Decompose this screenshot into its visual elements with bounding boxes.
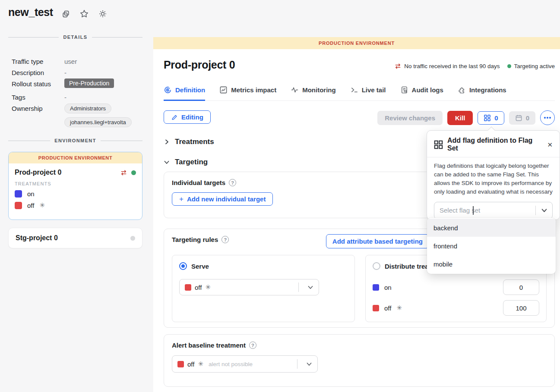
treatment-color-swatch <box>373 305 379 311</box>
plus-icon: + <box>179 195 184 203</box>
page-title: new_test <box>8 6 53 19</box>
inactive-dot <box>130 236 135 241</box>
environment-heading: ENVIRONMENT <box>8 138 142 143</box>
treatment-color-swatch <box>373 284 379 291</box>
distribute-radio[interactable] <box>373 262 380 270</box>
flag-sets-button[interactable]: 0 <box>478 111 504 125</box>
description-label: Description <box>12 69 44 76</box>
distribute-row-on: on <box>373 279 539 295</box>
default-treatment-icon: ✳ <box>205 283 211 291</box>
help-icon[interactable]: ? <box>249 342 256 349</box>
targeting-rules-title: Targeting rules <box>172 236 218 243</box>
alert-baseline-card: Alert baseline treatment ? off ✳ alert n… <box>164 334 555 387</box>
serve-radio[interactable] <box>179 262 187 270</box>
treatments-heading: TREATMENTS <box>15 181 136 186</box>
pulse-icon <box>291 86 299 94</box>
details-heading: DETAILS <box>8 34 142 40</box>
environment-card-staging[interactable]: Stg-project 0 <box>8 228 142 248</box>
audit-log-icon <box>400 86 408 94</box>
chevron-down-icon <box>302 284 319 290</box>
treatment-color-swatch <box>15 190 22 198</box>
add-attribute-targeting-button[interactable]: Add attribute based targeting <box>326 234 429 248</box>
editing-button[interactable]: Editing <box>164 110 211 124</box>
rollout-status-badge: Pre-Production <box>64 78 114 88</box>
flag-set-select[interactable] <box>434 202 553 219</box>
flag-title: Prod-project 0 <box>164 59 235 71</box>
ownership-label: Ownership <box>12 105 43 112</box>
tab-monitoring[interactable]: Monitoring <box>291 86 335 101</box>
tab-live-tail[interactable]: Live tail <box>350 86 386 101</box>
tab-integrations[interactable]: Integrations <box>458 86 506 101</box>
close-icon[interactable]: ✕ <box>547 141 553 148</box>
review-changes-button[interactable]: Review changes <box>377 111 443 125</box>
treatment-row-on: on <box>15 190 136 198</box>
sidebar: DETAILS Traffic typeuser Description- Ro… <box>8 34 142 140</box>
owner-pill: johannes.liegl+travolta <box>64 117 132 127</box>
tab-bar: Definition Metrics impact Monitoring Liv… <box>164 86 555 101</box>
no-traffic-icon <box>394 63 402 69</box>
chevron-right-icon <box>164 139 170 145</box>
option-mobile[interactable]: mobile <box>427 255 556 273</box>
individual-targets-title: Individual targets <box>172 179 225 186</box>
chevron-down-icon <box>301 361 317 367</box>
popover-title: Add flag definition to Flag Set <box>447 137 543 152</box>
chevron-down-icon <box>536 207 552 213</box>
rollout-status-label: Rollout status <box>12 80 51 88</box>
targeting-status: Targeting active <box>507 63 555 69</box>
tags-value: - <box>64 94 66 101</box>
terminal-icon <box>350 86 358 94</box>
text-cursor <box>473 206 474 215</box>
help-icon[interactable]: ? <box>229 179 236 186</box>
production-environment-banner: PRODUCTION ENVIRONMENT <box>153 37 560 49</box>
treatment-color-swatch <box>15 202 22 209</box>
tab-audit-logs[interactable]: Audit logs <box>400 86 443 101</box>
schedule-button[interactable]: 0 <box>509 111 535 125</box>
option-frontend[interactable]: frontend <box>427 237 556 255</box>
traffic-type-label: Traffic type <box>12 58 43 65</box>
environment-name: Prod-project 0 <box>15 169 61 176</box>
target-icon <box>164 86 172 94</box>
targeting-active-dot <box>131 170 136 175</box>
chevron-down-icon <box>164 159 170 165</box>
calendar-icon <box>515 114 522 122</box>
help-icon[interactable]: ? <box>221 236 229 243</box>
no-traffic-icon <box>120 169 127 176</box>
treatment-color-swatch <box>185 284 191 291</box>
serve-panel: Serve off ✳ <box>172 255 355 322</box>
environment-card-production[interactable]: PRODUCTION ENVIRONMENT Prod-project 0 TR… <box>8 152 142 220</box>
pencil-icon <box>171 114 178 121</box>
add-individual-target-button[interactable]: + Add new individual target <box>172 192 273 206</box>
more-options-button[interactable] <box>540 110 555 125</box>
description-value: - <box>64 69 66 76</box>
traffic-type-value: user <box>64 58 77 65</box>
distribute-on-percentage-input[interactable] <box>503 279 539 295</box>
popover-description: Flag definitions that logically belong t… <box>434 162 553 196</box>
targeting-active-dot <box>507 64 511 68</box>
alert-baseline-select[interactable]: off ✳ alert not possible <box>172 355 318 373</box>
kill-button[interactable]: Kill <box>447 111 473 125</box>
alert-baseline-title: Alert baseline treatment <box>172 342 246 349</box>
alert-not-possible-note: alert not possible <box>209 361 253 367</box>
default-treatment-icon: ✳ <box>198 360 203 368</box>
flag-set-grid-icon <box>484 114 491 122</box>
distribute-off-percentage-input[interactable] <box>503 300 539 316</box>
tab-metrics-impact[interactable]: Metrics impact <box>219 86 276 101</box>
targeting-section-header[interactable]: Targeting <box>164 158 208 166</box>
tab-definition[interactable]: Definition <box>164 86 205 101</box>
serve-treatment-select[interactable]: off ✳ <box>179 279 319 295</box>
gear-icon[interactable] <box>98 9 108 19</box>
default-treatment-icon: ✳ <box>396 304 402 312</box>
treatment-row-off: off ✳ <box>15 201 136 209</box>
treatments-section-header[interactable]: Treatments <box>164 138 214 146</box>
serve-label: Serve <box>191 263 209 270</box>
option-backend[interactable]: backend <box>427 219 556 237</box>
flag-set-popover: Add flag definition to Flag Set ✕ Flag d… <box>427 130 560 220</box>
chart-icon <box>219 86 228 94</box>
treatment-color-swatch <box>177 361 184 367</box>
tags-label: Tags <box>12 94 25 101</box>
star-icon[interactable] <box>79 9 89 19</box>
copy-icon[interactable] <box>60 9 71 19</box>
flag-set-select-input[interactable] <box>434 207 502 214</box>
traffic-status: No traffic received in the last 90 days <box>394 63 500 69</box>
owner-pill: Administrators <box>64 103 111 113</box>
